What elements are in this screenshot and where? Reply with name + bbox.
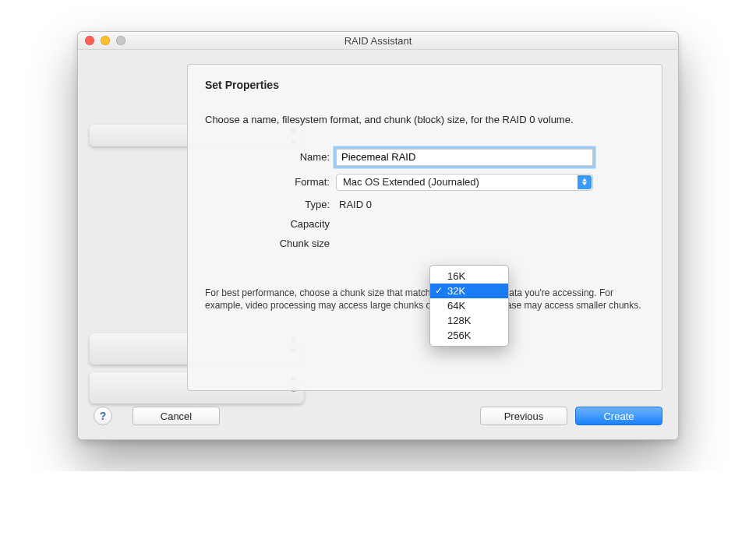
close-button[interactable] — [85, 36, 94, 45]
check-icon: ✓ — [435, 285, 443, 296]
format-value: Mac OS Extended (Journaled) — [343, 176, 479, 188]
window: RAID Assistant Set Properties Choose a n… — [77, 31, 679, 440]
titlebar: RAID Assistant — [78, 32, 678, 50]
help-button[interactable]: ? — [94, 407, 112, 425]
previous-button[interactable]: Previous — [480, 407, 567, 425]
format-select[interactable]: Mac OS Extended (Journaled) — [336, 174, 593, 191]
chunk-label: Chunk size — [205, 238, 336, 249]
chunk-option-32k[interactable]: ✓ 32K — [430, 284, 508, 298]
zoom-button[interactable] — [116, 36, 125, 45]
chunk-option-256k[interactable]: 256K — [430, 328, 508, 343]
name-input[interactable] — [336, 149, 593, 166]
panel-hint: For best performance, choose a chunk siz… — [205, 287, 645, 312]
panel-heading: Set Properties — [205, 79, 645, 91]
name-label: Name: — [205, 151, 336, 163]
properties-panel: Set Properties Choose a name, filesystem… — [187, 64, 662, 391]
chunk-size-menu[interactable]: 16K ✓ 32K 64K 128K 256K — [429, 265, 509, 347]
chunk-option-128k[interactable]: 128K — [430, 313, 508, 328]
minimize-button[interactable] — [101, 36, 110, 45]
row-chunk: Chunk size — [205, 238, 645, 249]
chunk-option-64k[interactable]: 64K — [430, 298, 508, 313]
row-name: Name: — [205, 149, 645, 166]
type-label: Type: — [205, 199, 336, 210]
window-body: Set Properties Choose a name, filesystem… — [78, 64, 678, 439]
footer: ? Cancel Previous Create — [78, 402, 678, 439]
row-type: Type: RAID 0 — [205, 199, 645, 210]
panel-intro: Choose a name, filesystem format, and ch… — [205, 113, 645, 127]
create-button[interactable]: Create — [575, 407, 662, 425]
chunk-option-16k[interactable]: 16K — [430, 269, 508, 284]
window-title: RAID Assistant — [78, 35, 678, 47]
capacity-label: Capacity — [205, 218, 336, 230]
cancel-button[interactable]: Cancel — [132, 407, 220, 425]
format-label: Format: — [205, 176, 336, 188]
traffic-lights — [78, 36, 125, 45]
type-value: RAID 0 — [336, 199, 372, 210]
row-format: Format: Mac OS Extended (Journaled) — [205, 174, 645, 191]
chevron-updown-icon — [578, 175, 592, 189]
row-capacity: Capacity — [205, 218, 645, 230]
